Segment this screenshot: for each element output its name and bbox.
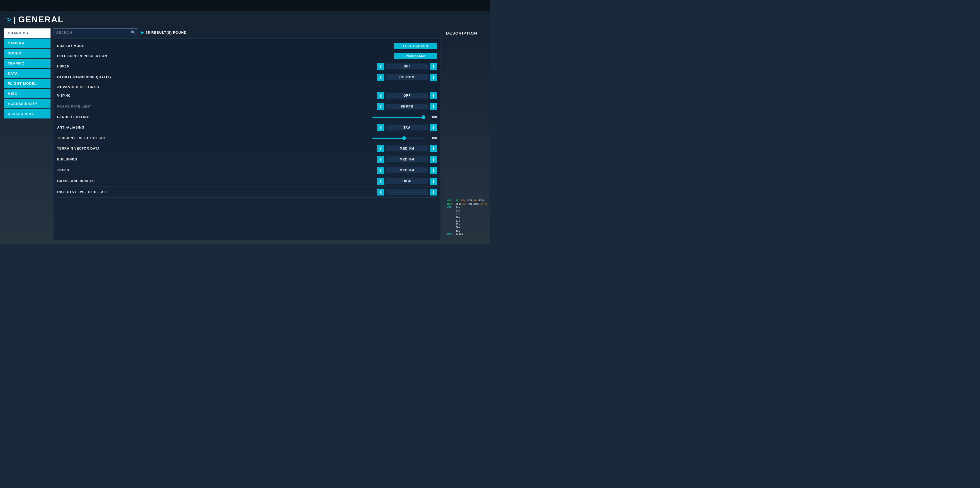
objects-lod-value: ... <box>386 189 428 195</box>
setting-row-anti-aliasing: ANTI-ALIASING ❮ TAA ❯ <box>53 122 441 133</box>
setting-label-frame-rate: FRAME RATE LIMIT <box>57 105 363 108</box>
performance-overlay: GPU 78° 96% 1920 99% 3364 MEM 3698 51% 3… <box>447 199 487 236</box>
perf-row-ram: RAM 12385 <box>447 233 487 236</box>
cpu2-val: 31% <box>456 212 460 216</box>
sidebar-item-accessibility[interactable]: ACCESSIBILITY <box>4 99 51 108</box>
render-scaling-track[interactable] <box>372 117 425 118</box>
setting-control-fullscreen-res: 2560X1440 <box>363 53 437 59</box>
sidebar-item-traffic[interactable]: TRAFFIC <box>4 59 51 68</box>
cpu-label-0: CPU <box>447 206 455 209</box>
trees-next-button[interactable]: ❯ <box>430 167 437 174</box>
vsync-prev-button[interactable]: ❮ <box>377 92 384 99</box>
hdr10-next-button[interactable]: ❯ <box>430 63 437 70</box>
fullscreen-res-value[interactable]: 2560X1440 <box>394 53 437 59</box>
terrain-lod-thumb[interactable] <box>402 136 406 140</box>
setting-row-frame-rate: FRAME RATE LIMIT ❮ 60 FPS ❯ <box>53 101 441 112</box>
global-rendering-next-button[interactable]: ❯ <box>430 74 437 81</box>
search-bar: 🔍 ▶ 35 RESULT(S) FOUND <box>53 29 441 36</box>
vsync-next-button[interactable]: ❯ <box>430 92 437 99</box>
setting-row-fullscreen-res: FULL SCREEN RESOLUTION 2560X1440 <box>53 51 441 61</box>
setting-label-trees: TREES <box>57 168 363 172</box>
frame-rate-prev-button[interactable]: ❮ <box>377 103 384 110</box>
trees-prev-button[interactable]: ❮ <box>377 167 384 174</box>
buildings-prev-button[interactable]: ❮ <box>377 156 384 163</box>
setting-label-grass: GRASS AND BUSHES <box>57 179 363 183</box>
setting-row-vsync: V-SYNC ❮ OFF ❯ <box>53 90 441 101</box>
setting-control-global-rendering: ❮ CUSTOM ❯ <box>363 74 437 81</box>
cpu7-val: 68% <box>456 229 460 233</box>
perf-row-cpu1: 22% <box>447 209 487 212</box>
setting-row-objects-lod: OBJECTS LEVEL OF DETAIL ❮ ... ❯ <box>53 187 441 198</box>
hdr10-value: OFF <box>386 63 428 69</box>
perf-row-cpu2: 31% <box>447 212 487 216</box>
anti-aliasing-next-button[interactable]: ❯ <box>430 124 437 131</box>
setting-label-terrain-lod: TERRAIN LEVEL OF DETAIL <box>57 136 363 140</box>
perf-row-cpu4: 11% <box>447 219 487 223</box>
setting-control-terrain-vector: ❮ MEDIUM ❯ <box>363 145 437 152</box>
perf-row-cpu7: 68% <box>447 229 487 233</box>
slider-terrain-lod: 100 <box>363 136 437 140</box>
hdr10-prev-button[interactable]: ❮ <box>377 63 384 70</box>
sidebar-item-developers[interactable]: DEVELOPERS <box>4 109 51 119</box>
setting-label-fullscreen-res: FULL SCREEN RESOLUTION <box>57 54 363 58</box>
terrain-lod-track[interactable] <box>372 138 425 139</box>
results-found: ▶ 35 RESULT(S) FOUND <box>141 30 187 35</box>
sidebar-item-graphics[interactable]: GRAPHICS <box>4 29 51 38</box>
setting-label-anti-aliasing: ANTI-ALIASING <box>57 126 363 129</box>
sidebar-item-flight-model[interactable]: FLIGHT MODEL <box>4 79 51 88</box>
header-divider: | <box>14 16 16 24</box>
grass-prev-button[interactable]: ❮ <box>377 178 384 185</box>
setting-row-global-rendering: GLOBAL RENDERING QUALITY ❮ CUSTOM ❯ <box>53 72 441 83</box>
setting-row-render-scaling: RENDER SCALING 100 <box>53 112 441 122</box>
cpu-val4: 33.5% <box>480 203 487 206</box>
setting-control-display-mode: FULL SCREEN <box>363 43 437 49</box>
gpu-clock: 1920 <box>467 199 473 203</box>
gpu-pct: 99% <box>473 199 477 203</box>
global-rendering-prev-button[interactable]: ❮ <box>377 74 384 81</box>
terrain-vector-value: MEDIUM <box>386 146 428 151</box>
terrain-vector-prev-button[interactable]: ❮ <box>377 145 384 152</box>
buildings-next-button[interactable]: ❯ <box>430 156 437 163</box>
cpu-val1: 51% <box>463 203 467 206</box>
top-bar <box>0 0 490 11</box>
settings-panel: DISPLAY MODE FULL SCREEN FULL SCREEN RES… <box>53 38 441 240</box>
setting-row-grass: GRASS AND BUSHES ❮ HIGH ❯ <box>53 176 441 187</box>
search-input[interactable] <box>56 30 129 35</box>
buildings-value: MEDIUM <box>386 157 428 162</box>
sidebar-item-data[interactable]: DATA <box>4 69 51 78</box>
setting-label-global-rendering: GLOBAL RENDERING QUALITY <box>57 76 363 79</box>
sidebar: GRAPHICS CAMERA SOUND TRAFFIC DATA FLIGH… <box>4 29 51 240</box>
anti-aliasing-value: TAA <box>386 125 428 130</box>
global-rendering-value: CUSTOM <box>386 74 428 80</box>
advanced-settings-header: ADVANCED SETTINGS <box>53 83 441 90</box>
render-scaling-thumb[interactable] <box>422 115 425 119</box>
terrain-vector-next-button[interactable]: ❯ <box>430 145 437 152</box>
grass-next-button[interactable]: ❯ <box>430 178 437 185</box>
search-input-wrapper[interactable]: 🔍 <box>53 29 138 36</box>
search-icon: 🔍 <box>131 30 135 35</box>
main-content: 🔍 ▶ 35 RESULT(S) FOUND DISPLAY MODE FULL… <box>53 29 441 240</box>
header-arrow-icon: > <box>6 16 11 24</box>
sidebar-item-camera[interactable]: CAMERA <box>4 38 51 48</box>
setting-control-anti-aliasing: ❮ TAA ❯ <box>363 124 437 131</box>
sidebar-item-sound[interactable]: SOUND <box>4 49 51 58</box>
setting-label-vsync: V-SYNC <box>57 94 363 98</box>
perf-row-gpu: GPU 78° 96% 1920 99% 3364 <box>447 199 487 203</box>
objects-lod-next-button[interactable]: ❯ <box>430 189 437 195</box>
display-mode-value[interactable]: FULL SCREEN <box>394 43 437 49</box>
anti-aliasing-prev-button[interactable]: ❮ <box>377 124 384 131</box>
sidebar-item-misc[interactable]: MISC <box>4 89 51 98</box>
gpu-mem: 3364 <box>479 199 484 203</box>
terrain-lod-fill <box>372 138 404 139</box>
cpu4-val: 11% <box>456 219 460 223</box>
frame-rate-next-button[interactable]: ❯ <box>430 103 437 110</box>
objects-lod-prev-button[interactable]: ❮ <box>377 189 384 195</box>
cpu5-val: 19% <box>456 223 460 226</box>
terrain-lod-value: 100 <box>428 136 437 140</box>
trees-value: MEDIUM <box>386 167 428 173</box>
results-arrow-icon: ▶ <box>141 30 144 35</box>
cpu6-val: 36% <box>456 226 460 229</box>
setting-label-hdr10: HDR10 <box>57 65 363 68</box>
cpu1-val: 22% <box>456 209 460 212</box>
cpu3-val: 20% <box>456 216 460 219</box>
